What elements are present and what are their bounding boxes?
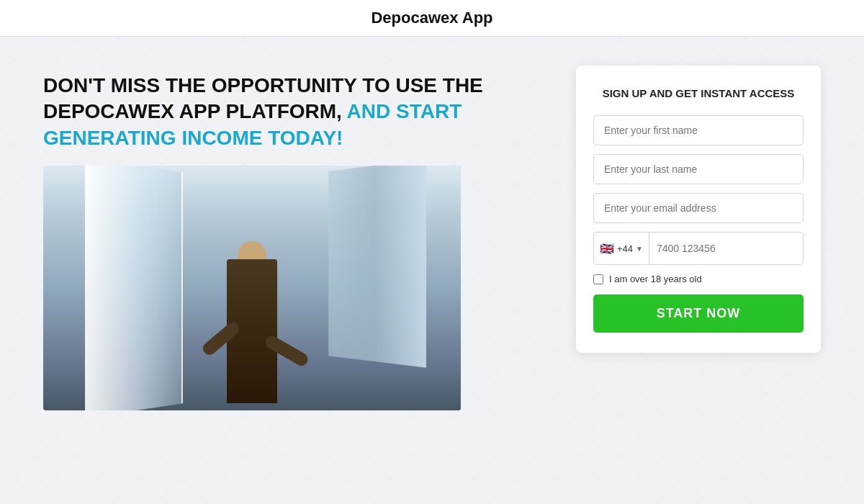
left-section: DON'T MISS THE OPPORTUNITY TO USE THE DE… — [43, 66, 533, 410]
signup-title: SIGN UP AND GET INSTANT ACCESS — [593, 86, 804, 101]
age-checkbox-group: I am over 18 years old — [593, 274, 804, 284]
building-right — [328, 166, 426, 368]
chevron-down-icon: ▼ — [636, 245, 643, 253]
signup-panel: SIGN UP AND GET INSTANT ACCESS 🇬🇧 +44 ▼ … — [576, 66, 821, 353]
page-header: Depocawex App — [0, 0, 864, 37]
main-content: DON'T MISS THE OPPORTUNITY TO USE THE DE… — [0, 37, 864, 439]
person-silhouette — [187, 216, 317, 403]
age-checkbox[interactable] — [593, 274, 603, 284]
last-name-group — [593, 154, 804, 184]
email-group — [593, 193, 804, 223]
first-name-group — [593, 115, 804, 145]
main-headline: DON'T MISS THE OPPORTUNITY TO USE THE DE… — [43, 73, 533, 151]
site-title: Depocawex App — [0, 9, 864, 27]
building-left — [85, 166, 183, 410]
first-name-input[interactable] — [593, 115, 804, 145]
email-input[interactable] — [593, 193, 804, 223]
start-now-button[interactable]: START NOW — [593, 294, 804, 333]
country-code: +44 — [617, 243, 633, 254]
flag-icon: 🇬🇧 — [600, 242, 614, 256]
hero-image — [43, 166, 461, 410]
last-name-input[interactable] — [593, 154, 804, 184]
phone-input[interactable] — [649, 234, 803, 263]
phone-country-selector[interactable]: 🇬🇧 +44 ▼ — [594, 233, 649, 264]
age-checkbox-label[interactable]: I am over 18 years old — [609, 274, 702, 284]
phone-group: 🇬🇧 +44 ▼ — [593, 232, 804, 265]
